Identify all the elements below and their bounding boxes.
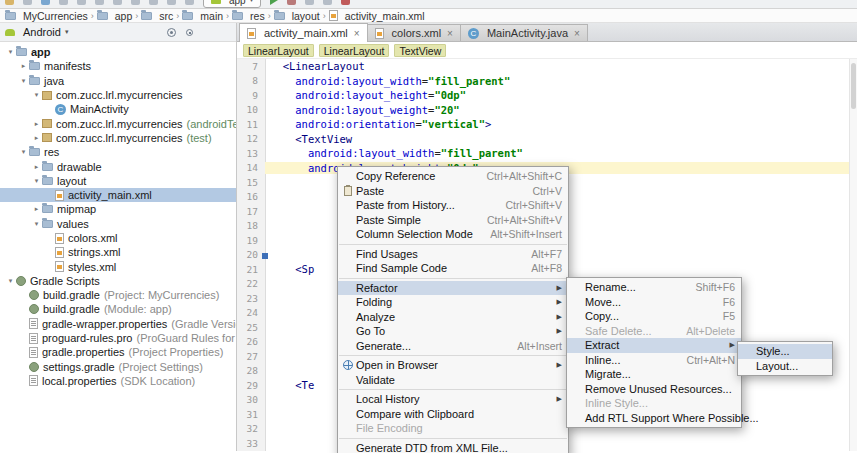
expand-arrow-icon[interactable]: ▸ [18,62,29,70]
expand-arrow-icon[interactable]: ▸ [31,163,42,171]
editor-scrollbar[interactable] [849,59,857,451]
refactor-menu-item-copy[interactable]: Copy...F5 [567,309,741,324]
save-all-icon[interactable] [23,0,32,5]
tree-item-proguard-rules-pro-proguard-rules-for-app[interactable]: proguard-rules.pro(ProGuard Rules for ap… [0,331,236,345]
extract-menu-item-layout[interactable]: Layout... [738,359,832,374]
tree-item-build-gradle-module-app[interactable]: build.gradle(Module: app) [0,302,236,316]
cut-icon[interactable] [95,0,104,5]
refactor-menu-item-add-rtl-support-where-possible[interactable]: Add RTL Support Where Possible... [567,411,741,426]
target-icon[interactable] [166,27,177,38]
sync-icon[interactable] [41,0,50,5]
hide-panel-icon[interactable] [220,27,231,38]
copy-icon[interactable] [113,0,122,5]
context-menu-item-folding[interactable]: Folding▶ [338,295,568,310]
context-menu-item-open-in-browser[interactable]: Open in Browser▶ [338,358,568,373]
context-menu-item-analyze[interactable]: Analyze▶ [338,310,568,325]
editor-breadcrumb-linearlayout[interactable]: LinearLayout [243,44,314,57]
tree-item-activity-main-xml[interactable]: activity_main.xml [0,188,236,202]
refactor-menu-item-move[interactable]: Move...F6 [567,295,741,310]
tree-item-drawable[interactable]: ▸drawable [0,159,236,173]
tree-item-manifests[interactable]: ▸manifests [0,59,236,73]
tree-item-res[interactable]: ▾res [0,145,236,159]
tree-item-gradle-properties-project-properties[interactable]: gradle.properties(Project Properties) [0,345,236,359]
tree-item-settings-gradle-project-settings[interactable]: settings.gradle(Project Settings) [0,360,236,374]
expand-arrow-icon[interactable]: ▾ [18,148,29,156]
open-icon[interactable] [5,0,14,5]
tree-item-com-zucc-lrl-mycurrencies-test[interactable]: ▸com.zucc.lrl.mycurrencies(test) [0,131,236,145]
context-menu-item-local-history[interactable]: Local History▶ [338,392,568,407]
context-menu-item-compare-with-clipboard[interactable]: Compare with Clipboard [338,407,568,422]
extract-menu-item-style[interactable]: Style... [738,344,832,359]
breadcrumb-item-activity-main-xml[interactable]: activity_main.xml [329,10,425,22]
context-menu-item-copy-reference[interactable]: Copy ReferenceCtrl+Alt+Shift+C [338,169,568,184]
context-menu-item-paste-from-history[interactable]: Paste from History...Ctrl+Shift+V [338,198,568,213]
breadcrumb-item-src[interactable]: src [141,10,173,22]
refactor-menu-item-inline[interactable]: Inline...Ctrl+Alt+N [567,353,741,368]
context-menu-item-refactor[interactable]: Refactor▶ [338,281,568,296]
breadcrumb-item-app[interactable]: app [97,10,133,22]
tree-item-gradle-wrapper-properties-gradle-version[interactable]: gradle-wrapper.properties(Gradle Version… [0,317,236,331]
paste-icon[interactable] [131,0,140,5]
expand-arrow-icon[interactable]: ▾ [5,277,16,285]
tab-activity-main-xml[interactable]: activity_main.xml× [239,23,368,42]
undo-icon[interactable] [59,0,68,5]
debug-icon[interactable] [287,0,296,5]
refactor-menu-item-migrate[interactable]: Migrate... [567,367,741,382]
context-menu-item-generate[interactable]: Generate...Alt+Insert [338,339,568,354]
breadcrumb-item-mycurrencies[interactable]: MyCurrencies [5,10,88,22]
tab-close-icon[interactable]: × [574,28,580,39]
tree-item-build-gradle-project-mycurrencies[interactable]: build.gradle(Project: MyCurrencies) [0,288,236,302]
tab-close-icon[interactable]: × [354,28,360,39]
collapse-all-icon[interactable] [202,27,213,38]
context-menu-item-find-sample-code[interactable]: Find Sample CodeAlt+F8 [338,261,568,276]
context-menu-item-validate[interactable]: Validate [338,373,568,388]
tree-item-mipmap[interactable]: ▸mipmap [0,202,236,216]
tree-item-app[interactable]: ▾app [0,45,236,59]
tab-close-icon[interactable]: × [447,28,453,39]
context-menu-item-paste[interactable]: PasteCtrl+V [338,184,568,199]
expand-arrow-icon[interactable]: ▾ [5,48,16,56]
project-view-selector[interactable]: Android ▾ [5,26,68,38]
refactor-menu-item-extract[interactable]: Extract▶ [567,338,741,353]
editor-breadcrumb-textview[interactable]: TextView [394,44,446,57]
scrollbar-thumb[interactable] [851,63,856,109]
expand-arrow-icon[interactable]: ▸ [31,120,42,128]
tab-colors-xml[interactable]: colors.xml× [367,24,461,41]
breadcrumb-item-res[interactable]: res [232,10,265,22]
profiler-icon[interactable] [323,0,332,5]
coverage-icon[interactable] [305,0,314,5]
find-icon[interactable] [149,0,158,5]
tree-item-gradle-scripts[interactable]: ▾Gradle Scripts [0,274,236,288]
breadcrumb-item-main[interactable]: main [182,10,223,22]
gear-icon[interactable] [184,27,195,38]
tree-item-styles-xml[interactable]: styles.xml [0,259,236,273]
context-menu-item-generate-dtd-from-xml-file[interactable]: Generate DTD from XML File... [338,441,568,453]
run-icon[interactable] [270,0,278,5]
editor-breadcrumb-linearlayout[interactable]: LinearLayout [319,44,390,57]
refactor-menu-item-remove-unused-resources[interactable]: Remove Unused Resources... [567,382,741,397]
back-icon[interactable] [167,0,176,5]
tree-item-java[interactable]: ▾java [0,74,236,88]
context-menu-item-find-usages[interactable]: Find UsagesAlt+F7 [338,247,568,262]
tree-item-values[interactable]: ▾values [0,217,236,231]
expand-arrow-icon[interactable]: ▸ [31,134,42,142]
breadcrumb-item-layout[interactable]: layout [274,10,320,22]
expand-arrow-icon[interactable]: ▸ [31,205,42,213]
tree-item-com-zucc-lrl-mycurrencies[interactable]: ▾com.zucc.lrl.mycurrencies [0,88,236,102]
context-menu-item-paste-simple[interactable]: Paste SimpleCtrl+Alt+Shift+V [338,213,568,228]
tree-item-layout[interactable]: ▾layout [0,174,236,188]
expand-arrow-icon[interactable]: ▾ [31,220,42,228]
forward-icon[interactable] [185,0,194,5]
context-menu-item-column-selection-mode[interactable]: Column Selection ModeAlt+Shift+Insert [338,227,568,242]
context-menu-item-go-to[interactable]: Go To▶ [338,324,568,339]
expand-arrow-icon[interactable]: ▾ [18,77,29,85]
stop-icon[interactable] [341,0,350,5]
tree-item-local-properties-sdk-location[interactable]: local.properties(SDK Location) [0,374,236,388]
expand-arrow-icon[interactable]: ▾ [31,177,42,185]
tree-item-com-zucc-lrl-mycurrencies-androidtest[interactable]: ▸com.zucc.lrl.mycurrencies(androidTest) [0,116,236,130]
refactor-menu-item-rename[interactable]: Rename...Shift+F6 [567,280,741,295]
tree-item-colors-xml[interactable]: colors.xml [0,231,236,245]
tree-item-mainactivity[interactable]: MainActivity [0,102,236,116]
tree-item-strings-xml[interactable]: strings.xml [0,245,236,259]
tab-mainactivity-java[interactable]: MainActivity.java× [460,24,588,41]
